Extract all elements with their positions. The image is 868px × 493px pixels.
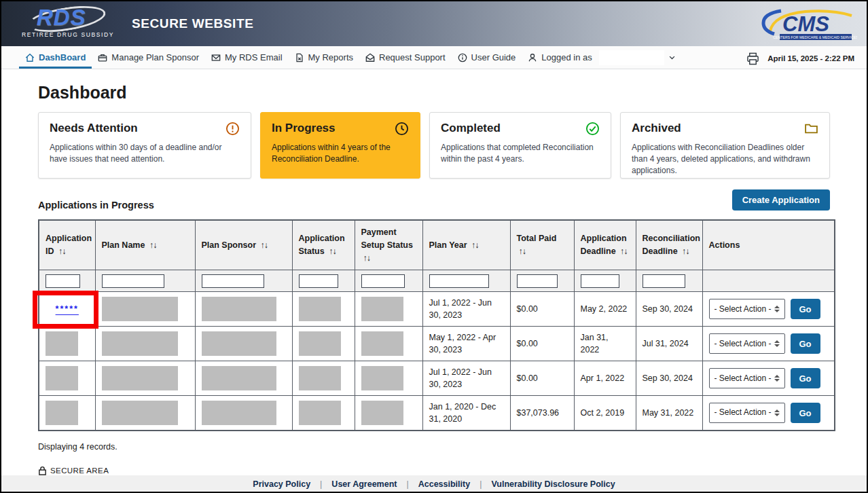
application-deadline-cell: May 2, 2022 bbox=[574, 292, 636, 327]
redacted-plan-name bbox=[102, 297, 178, 321]
card-completed[interactable]: Completed Applications that completed Re… bbox=[429, 112, 611, 179]
redacted-payment-setup-status bbox=[361, 297, 403, 321]
total-paid-cell: $0.00 bbox=[510, 361, 574, 396]
print-icon[interactable] bbox=[746, 52, 759, 65]
action-select[interactable]: - Select Action - bbox=[709, 368, 785, 388]
action-select[interactable]: - Select Action - bbox=[709, 333, 785, 354]
column-header-actions: Actions bbox=[702, 220, 835, 270]
section-header-row: Applications in Progress Create Applicat… bbox=[38, 189, 830, 211]
total-paid-cell: $0.00 bbox=[510, 327, 574, 361]
footer-link-vulnerability-disclosure-policy[interactable]: Vulnerability Disclosure Policy bbox=[491, 479, 615, 489]
sort-icon: ↑↓ bbox=[620, 246, 628, 256]
reconciliation-deadline-cell: Jul 31, 2024 bbox=[636, 327, 702, 361]
home-icon bbox=[25, 53, 35, 62]
filter-input-plan-year[interactable] bbox=[429, 274, 489, 288]
go-button[interactable]: Go bbox=[791, 299, 820, 319]
card-title: Archived bbox=[632, 122, 681, 135]
footer-separator: | bbox=[320, 479, 322, 489]
column-header-payment-setup-status[interactable]: Payment Setup Status ↑↓ bbox=[355, 220, 422, 270]
cms-logo-subtext: CENTERS FOR MEDICARE & MEDICAID SERVICES bbox=[773, 35, 857, 39]
page: RDS Retiree Drug Subsidy SECURE WEBSITE … bbox=[1, 1, 867, 492]
filter-input-application-id[interactable] bbox=[46, 274, 80, 288]
footer-link-privacy-policy[interactable]: Privacy Policy bbox=[253, 479, 310, 489]
redacted-application-status bbox=[299, 297, 341, 321]
section-title: Applications in Progress bbox=[38, 200, 154, 211]
envelope-icon bbox=[211, 53, 221, 62]
card-description: Applications within 30 days of a deadlin… bbox=[50, 142, 240, 165]
status-cards: Needs Attention Applications within 30 d… bbox=[38, 112, 830, 179]
footer-link-accessibility[interactable]: Accessibility bbox=[418, 479, 470, 489]
application-deadline-cell: Jan 31, 2022 bbox=[574, 327, 636, 361]
create-application-button[interactable]: Create Application bbox=[732, 189, 830, 211]
filter-input-total-paid[interactable] bbox=[517, 274, 558, 288]
sort-icon: ↑↓ bbox=[58, 246, 66, 256]
nav-item-manage-plan-sponsor[interactable]: Manage Plan Sponsor bbox=[92, 46, 205, 69]
briefcase-icon bbox=[98, 53, 107, 62]
nav-item-my-rds-email[interactable]: My RDS Email bbox=[205, 46, 289, 69]
filter-input-application-deadline[interactable] bbox=[581, 274, 620, 288]
rds-logo-text: RDS bbox=[37, 5, 109, 31]
folder-icon bbox=[804, 122, 818, 136]
rds-logo: RDS Retiree Drug Subsidy bbox=[22, 5, 109, 43]
filter-input-application-status[interactable] bbox=[299, 274, 338, 288]
redacted-payment-setup-status bbox=[361, 331, 403, 356]
redacted-payment-setup-status bbox=[361, 366, 403, 390]
chevron-down-icon[interactable] bbox=[668, 54, 676, 61]
cms-logo-icon: CMS CENTERS FOR MEDICARE & MEDICAID SERV… bbox=[754, 7, 857, 42]
alert-icon bbox=[225, 122, 240, 136]
card-title: Needs Attention bbox=[50, 122, 138, 135]
go-button[interactable]: Go bbox=[791, 403, 820, 423]
column-header-plan-name[interactable]: Plan Name ↑↓ bbox=[95, 220, 195, 270]
nav-item-request-support[interactable]: Request Support bbox=[359, 46, 452, 69]
reconciliation-deadline-cell: May 31, 2022 bbox=[636, 396, 702, 431]
table-row: ***** Jul 1, 2022 - Jun 30, 2023 $0.00 M… bbox=[39, 292, 835, 327]
nav-item-my-reports[interactable]: My Reports bbox=[289, 46, 359, 69]
nav-item-user-guide[interactable]: User Guide bbox=[452, 46, 522, 69]
nav-item-label: My Reports bbox=[308, 52, 353, 62]
redacted-plan-sponsor bbox=[202, 401, 276, 425]
redacted-plan-sponsor bbox=[202, 331, 276, 356]
rds-logo-tagline: Retiree Drug Subsidy bbox=[22, 31, 109, 38]
filter-input-payment-setup-status[interactable] bbox=[361, 274, 405, 288]
card-needs-attention[interactable]: Needs Attention Applications within 30 d… bbox=[38, 112, 251, 179]
select-arrows-icon bbox=[774, 306, 780, 312]
filter-input-plan-name[interactable] bbox=[102, 274, 164, 288]
sort-icon: ↑↓ bbox=[363, 253, 371, 263]
redacted-plan-name bbox=[102, 366, 178, 390]
footer-separator: | bbox=[480, 479, 482, 489]
go-button[interactable]: Go bbox=[791, 368, 820, 388]
application-id-link[interactable]: ***** bbox=[56, 304, 79, 314]
sort-icon: ↑↓ bbox=[519, 246, 526, 256]
column-header-plan-year[interactable]: Plan Year ↑↓ bbox=[422, 220, 510, 270]
action-select[interactable]: - Select Action - bbox=[709, 299, 785, 319]
column-header-application-deadline[interactable]: Application Deadline ↑↓ bbox=[574, 220, 636, 270]
column-header-application-id[interactable]: Application ID ↑↓ bbox=[39, 220, 95, 270]
redacted-application-id bbox=[46, 366, 78, 390]
redacted-plan-sponsor bbox=[202, 297, 276, 321]
action-select[interactable]: - Select Action - bbox=[709, 403, 785, 423]
nav-item-label: DashBoard bbox=[39, 52, 86, 62]
redacted-application-status bbox=[299, 366, 341, 390]
filter-input-reconciliation-deadline[interactable] bbox=[643, 274, 685, 288]
card-description: Applications within 4 years of the Recon… bbox=[272, 142, 409, 165]
info-icon bbox=[458, 53, 467, 62]
footer-link-user-agreement[interactable]: User Agreement bbox=[331, 479, 397, 489]
table-row: Jan 1, 2020 - Dec 31, 2020 $37,073.96 Oc… bbox=[39, 396, 835, 431]
redacted-plan-name bbox=[102, 331, 178, 356]
nav-item-dashboard[interactable]: DashBoard bbox=[19, 46, 92, 69]
filter-input-plan-sponsor[interactable] bbox=[202, 274, 264, 288]
column-header-total-paid[interactable]: Total Paid ↑↓ bbox=[510, 220, 574, 270]
nav-item-label: Manage Plan Sponsor bbox=[111, 52, 199, 62]
card-in-progress[interactable]: In Progress Applications within 4 years … bbox=[260, 112, 420, 179]
redacted-application-id bbox=[46, 331, 78, 356]
secure-area-label: SECURE AREA bbox=[38, 466, 830, 475]
user-switcher[interactable]: Logged in as bbox=[522, 46, 681, 69]
application-deadline-cell: Oct 2, 2019 bbox=[574, 396, 636, 431]
go-button[interactable]: Go bbox=[791, 333, 820, 354]
total-paid-cell: $37,073.96 bbox=[510, 396, 574, 431]
card-archived[interactable]: Archived Applications with Reconciliatio… bbox=[620, 112, 830, 179]
column-header-reconciliation-deadline[interactable]: Reconciliation Deadline ↑↓ bbox=[636, 220, 702, 270]
column-header-plan-sponsor[interactable]: Plan Sponsor ↑↓ bbox=[195, 220, 292, 270]
main-content: Dashboard Needs Attention Applications w… bbox=[1, 69, 867, 475]
column-header-application-status[interactable]: Application Status ↑↓ bbox=[292, 220, 355, 270]
